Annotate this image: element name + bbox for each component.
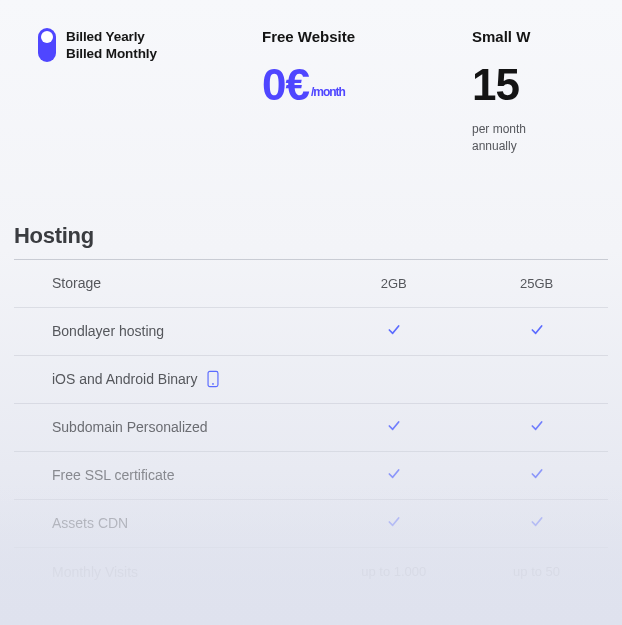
billing-yearly-label[interactable]: Billed Yearly (66, 29, 157, 44)
check-icon (529, 322, 545, 338)
check-icon (386, 322, 402, 338)
feature-subdomain-small (465, 418, 608, 437)
plan-small-price: 15 (472, 63, 622, 107)
billing-toggle[interactable]: Billed Yearly Billed Monthly (38, 28, 184, 62)
feature-storage-label: Storage (52, 275, 322, 291)
feature-ssl-label: Free SSL certificate (52, 467, 322, 483)
feature-visits-small: up to 50 (465, 564, 608, 579)
feature-subdomain-free (322, 418, 465, 437)
table-row: Assets CDN (14, 500, 608, 548)
feature-cdn-free (322, 514, 465, 533)
check-icon (529, 418, 545, 434)
svg-point-1 (212, 383, 214, 385)
toggle-pill[interactable] (38, 28, 56, 62)
feature-cdn-small (465, 514, 608, 533)
plan-small-sub: per month annually (472, 121, 622, 155)
check-icon (386, 418, 402, 434)
feature-subdomain-label: Subdomain Personalized (52, 419, 322, 435)
feature-storage-free: 2GB (322, 276, 465, 291)
feature-hosting-small (465, 322, 608, 341)
feature-binary-label: iOS and Android Binary (52, 370, 322, 388)
plan-small-sub1: per month (472, 122, 526, 136)
feature-ssl-free (322, 466, 465, 485)
table-row: Bondlayer hosting (14, 308, 608, 356)
info-icon[interactable] (206, 370, 220, 388)
feature-hosting-free (322, 322, 465, 341)
plan-free-title: Free Website (262, 28, 412, 45)
table-row: Free SSL certificate (14, 452, 608, 500)
plan-free-price-unit: /month (311, 85, 345, 99)
table-row: iOS and Android Binary (14, 356, 608, 404)
table-row: Storage 2GB 25GB (14, 260, 608, 308)
plan-free-price: 0€/month (262, 63, 412, 107)
plan-small-sub2: annually (472, 139, 517, 153)
feature-visits-free: up to 1.000 (322, 564, 465, 579)
billing-labels: Billed Yearly Billed Monthly (66, 29, 157, 61)
check-icon (529, 514, 545, 530)
hosting-title: Hosting (14, 223, 608, 260)
feature-binary-text: iOS and Android Binary (52, 371, 198, 387)
check-icon (529, 466, 545, 482)
feature-hosting-label: Bondlayer hosting (52, 323, 322, 339)
check-icon (386, 514, 402, 530)
plan-free-price-value: 0€ (262, 60, 309, 109)
table-row: Subdomain Personalized (14, 404, 608, 452)
plan-small-title: Small W (472, 28, 622, 45)
plan-free: Free Website 0€/month (262, 28, 412, 155)
check-icon (386, 466, 402, 482)
toggle-knob (41, 31, 53, 43)
table-row: Monthly Visits up to 1.000 up to 50 (14, 548, 608, 596)
hosting-section: Hosting Storage 2GB 25GB Bondlayer hosti… (0, 223, 622, 596)
feature-cdn-label: Assets CDN (52, 515, 322, 531)
plan-small: Small W 15 per month annually (472, 28, 622, 155)
feature-storage-small: 25GB (465, 276, 608, 291)
feature-visits-label: Monthly Visits (52, 564, 322, 580)
billing-monthly-label[interactable]: Billed Monthly (66, 46, 157, 61)
plans-row: Free Website 0€/month Small W 15 per mon… (262, 28, 622, 155)
feature-ssl-small (465, 466, 608, 485)
